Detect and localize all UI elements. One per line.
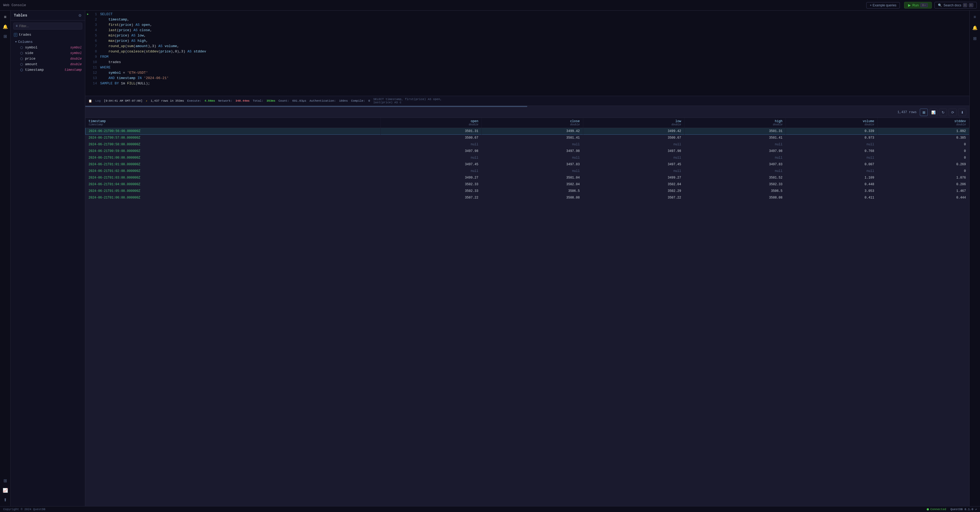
log-total-label: Total: (253, 99, 263, 103)
connected-status: Connected (927, 508, 946, 511)
code-editor[interactable]: ▶ 1 SELECT 2 timestamp, 3 first(price) A… (85, 11, 969, 96)
example-queries-button[interactable]: + Example queries (866, 2, 900, 8)
gear-button[interactable]: ⚙ (78, 13, 82, 17)
col-name-amount: amount (25, 62, 68, 66)
cell-volume: 3.053 (786, 188, 877, 195)
log-time: [9:04:41 AM GMT-07:00] (104, 99, 142, 103)
col-type-timestamp: timestamp (64, 68, 82, 72)
col-name-symbol: symbol (25, 46, 68, 49)
cell-close: 3501.04 (482, 174, 583, 181)
cell-high: 3497.98 (684, 148, 786, 155)
columns-chevron-icon: ▾ (15, 40, 17, 44)
cell-open: 3502.33 (380, 188, 482, 195)
row-count: 1,437 rows (897, 111, 916, 114)
status-dot (927, 508, 929, 510)
code-line-8: 8 round_up(coalesce(stddev(price),0),3) … (85, 49, 969, 54)
cell-low: 3507.22 (583, 195, 684, 201)
download-button[interactable]: ⬇ (958, 109, 966, 116)
right-grid-button[interactable]: ⊞ (971, 34, 979, 43)
import-button[interactable]: ⬆ (1, 496, 10, 504)
grid-view-button[interactable]: ⊞ (920, 109, 928, 116)
column-row-side: side symbol (11, 50, 85, 56)
cell-high: 3501.52 (684, 174, 786, 181)
table-row[interactable]: 2024-06-21T01:02:00.000000Znullnullnulln… (86, 168, 969, 174)
right-bell-button[interactable]: 🔔 (971, 24, 979, 32)
table-container[interactable]: timestamptimestamp opendouble closedoubl… (85, 118, 969, 506)
columns-header[interactable]: ▾ Columns (11, 39, 85, 45)
col-name-side: side (25, 51, 68, 55)
sidebar-toggle-button[interactable]: ≡ (1, 13, 10, 21)
cell-open: null (380, 168, 482, 174)
cell-timestamp: 2024-06-21T01:05:00.000000Z (86, 188, 380, 195)
cell-stddev: 0.206 (877, 181, 969, 188)
cell-high: 3508.08 (684, 195, 786, 201)
cell-volume: 0.448 (786, 181, 877, 188)
log-network-label: Network: (218, 99, 232, 103)
notifications-button[interactable]: 🔔 (1, 22, 10, 31)
cell-low: 3497.98 (583, 148, 684, 155)
cell-timestamp: 2024-06-21T00:57:00.000000Z (86, 135, 380, 141)
right-sidebar-toggle[interactable]: ≡ (971, 13, 979, 21)
cell-open: 3500.67 (380, 135, 482, 141)
table-row[interactable]: 2024-06-21T00:58:00.000000Znullnullnulln… (86, 141, 969, 148)
cell-low: 3502.29 (583, 188, 684, 195)
cell-low: 3499.27 (583, 174, 684, 181)
cell-stddev: 0 (877, 168, 969, 174)
code-line-13: 13 AND timestamp IN '2024-06-21' (85, 76, 969, 81)
filter-icon: ≡ (16, 24, 18, 28)
refresh-button[interactable]: ↻ (939, 109, 947, 116)
cell-close: null (482, 141, 583, 148)
search-kbd-k1: K (963, 3, 967, 7)
table-row[interactable]: 2024-06-21T00:57:00.000000Z3500.673501.4… (86, 135, 969, 141)
columns-section: ▾ Columns symbol symbol side symbol pric… (11, 38, 85, 74)
search-kbd-k2: K (969, 3, 973, 7)
search-docs-button[interactable]: 🔍 Search docs K K (934, 2, 977, 8)
version-label: QuestDB 8.1.0 ↗ (950, 507, 977, 511)
cell-high: 3497.83 (684, 161, 786, 168)
col-name-timestamp: timestamp (25, 68, 62, 72)
cell-stddev: 0 (877, 141, 969, 148)
reload-button[interactable]: ⟳ (948, 109, 956, 116)
cell-low: 3500.67 (583, 135, 684, 141)
connected-label: Connected (931, 508, 946, 511)
table-item-trades[interactable]: D trades (11, 32, 85, 38)
table-row[interactable]: 2024-06-21T00:59:00.000000Z3497.983497.9… (86, 148, 969, 155)
cell-stddev: 0 (877, 155, 969, 161)
grid-button[interactable]: ⊞ (1, 476, 10, 485)
col-header-timestamp: timestamptimestamp (86, 118, 380, 128)
code-line-9: 9 FROM (85, 54, 969, 60)
cell-high: 3506.5 (684, 188, 786, 195)
cell-low: 3497.45 (583, 161, 684, 168)
code-line-1: ▶ 1 SELECT (85, 12, 969, 17)
chart-view-button[interactable]: 📊 (929, 109, 937, 116)
table-row[interactable]: 2024-06-21T01:05:00.000000Z3502.333506.5… (86, 188, 969, 195)
cell-timestamp: 2024-06-21T00:59:00.000000Z (86, 148, 380, 155)
cell-timestamp: 2024-06-21T00:58:00.000000Z (86, 141, 380, 148)
status-bar: Copyright © 2024 QuestDB Connected Quest… (0, 506, 980, 512)
cell-stddev: 1.076 (877, 174, 969, 181)
table-row[interactable]: 2024-06-21T01:06:00.000000Z3507.223508.0… (86, 195, 969, 201)
table-row[interactable]: 2024-06-21T01:01:00.000000Z3497.453497.8… (86, 161, 969, 168)
column-row-timestamp: timestamp timestamp (11, 67, 85, 73)
filter-input[interactable] (19, 24, 80, 28)
run-button[interactable]: ▶ Run ⌘↵ (904, 2, 932, 8)
code-line-6: 6 max(price) AS high, (85, 38, 969, 44)
code-line-7: 7 round_up(sum(amount),3) AS volume, (85, 44, 969, 49)
cell-low: null (583, 155, 684, 161)
table-body: 2024-06-21T00:56:00.000000Z3501.313499.4… (86, 128, 969, 201)
column-row-symbol: symbol symbol (11, 45, 85, 50)
table-row[interactable]: 2024-06-21T01:04:00.000000Z3502.333502.0… (86, 181, 969, 188)
log-icon: 📋 (88, 99, 92, 103)
table-row[interactable]: 2024-06-21T01:00:00.000000Znullnullnulln… (86, 155, 969, 161)
code-line-11: 11 WHERE (85, 65, 969, 70)
sidebar-title: Tables (14, 13, 27, 17)
cell-open: 3501.31 (380, 128, 482, 135)
table-row[interactable]: 2024-06-21T01:03:00.000000Z3499.273501.0… (86, 174, 969, 181)
code-line-3: 3 first(price) AS open, (85, 22, 969, 28)
chart-button[interactable]: 📈 (1, 486, 10, 495)
schema-button[interactable]: ⊞ (1, 32, 10, 40)
cell-close: 3508.08 (482, 195, 583, 201)
table-row[interactable]: 2024-06-21T00:56:00.000000Z3501.313499.4… (86, 128, 969, 135)
code-line-2: 2 timestamp, (85, 17, 969, 22)
log-network-val: 348.44ms (235, 99, 250, 103)
